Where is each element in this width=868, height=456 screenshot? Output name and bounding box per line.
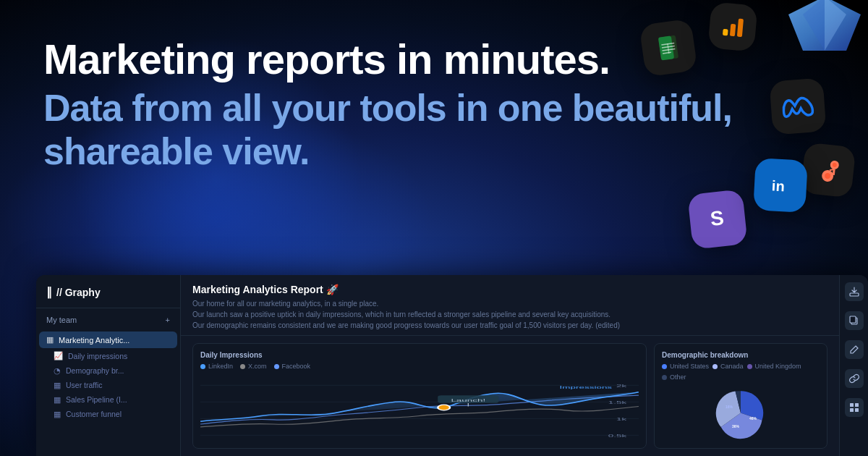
linkedin-legend-label: LinkedIn [208,363,233,370]
svg-line-15 [833,169,834,175]
canada-legend-label: Canada [720,363,744,370]
copy-button[interactable] [845,311,864,330]
us-legend-dot [662,364,667,369]
team-label: My team [46,316,77,324]
google-analytics-icon [707,1,757,51]
svg-rect-41 [855,403,859,407]
logo-symbol: ∥ [46,285,52,299]
svg-rect-40 [850,403,854,407]
svg-text:1.5k: 1.5k [608,400,627,404]
floating-icons: S in [564,0,868,282]
legend-uk: United Kingdom [747,363,801,370]
stripe-icon: S [687,189,748,250]
chart-icon: 📈 [54,351,63,360]
svg-text:36%: 36% [732,425,739,428]
xcom-legend-dot [240,364,245,369]
daily-impressions-chart: Daily Impressions LinkedIn X.com Faceboo… [192,343,647,449]
svg-text:46%: 46% [749,417,757,421]
svg-text:Impressions: Impressions [560,385,613,389]
grid-button[interactable] [845,398,864,417]
svg-rect-42 [850,408,854,412]
sidebar-item-user-traffic[interactable]: ▦ User traffic [36,378,180,392]
report-title-text: Marketing Analytics Report 🚀 [192,284,339,295]
crystal-gem-icon [781,0,868,58]
hubspot-icon [801,143,856,198]
legend-other: Other [662,373,686,381]
linkedin-icon: in [753,158,808,213]
sidebar-item-marketing-analytics[interactable]: ▦ Marketing Analytic... [39,332,177,348]
sidebar-item-daily-impressions[interactable]: 📈 Daily impressions [36,348,180,363]
svg-rect-39 [850,316,856,323]
svg-text:in: in [771,177,785,194]
demographic-chart-title: Demographic breakdown [662,351,820,359]
legend-us: United States [662,363,709,370]
report-desc-line1: Our home for all our marketing analytics… [192,298,827,309]
svg-text:S: S [709,206,725,230]
svg-point-29 [438,405,450,410]
sidebar: ∥ // Graphy My team + ▦ Marketing Analyt… [36,275,181,456]
export-button[interactable] [845,282,864,301]
sidebar-child-label-4: Sales Pipeline (I... [66,395,127,404]
sidebar-child-label-2: Demography br... [66,366,124,375]
sidebar-child-label: Daily impressions [68,352,127,360]
sidebar-item-label: Marketing Analytic... [59,336,129,345]
svg-rect-43 [855,408,859,412]
legend-linkedin: LinkedIn [200,363,233,370]
add-button[interactable]: + [166,316,170,324]
report-description: Our home for all our marketing analytics… [192,298,827,331]
grid-icon: ▦ [46,335,54,345]
logo-text: // Graphy [56,287,101,298]
right-toolbar [839,275,868,456]
sidebar-child-label-3: User traffic [66,381,103,389]
demographic-chart: Demographic breakdown United States Cana… [654,343,827,449]
report-title: Marketing Analytics Report 🚀 [192,284,827,295]
charts-area: Daily Impressions LinkedIn X.com Faceboo… [181,336,839,456]
sidebar-child-label-5: Customer funnel [66,410,122,418]
main-content: Marketing Analytics Report 🚀 Our home fo… [181,275,839,456]
edit-button[interactable] [845,340,864,359]
google-sheets-icon [639,18,697,77]
svg-text:2k: 2k [616,383,627,387]
dashboard-card: ∥ // Graphy My team + ▦ Marketing Analyt… [36,275,868,456]
sidebar-team: My team + [36,308,180,332]
svg-rect-11 [730,24,736,37]
us-legend-label: United States [670,363,709,370]
report-header: Marketing Analytics Report 🚀 Our home fo… [181,275,839,336]
canada-legend-dot [712,364,718,369]
svg-text:0.5k: 0.5k [608,433,627,437]
impressions-svg: 2k 1.5k 1k 0.5k [200,374,639,441]
pipeline-icon: ▦ [54,395,61,404]
svg-rect-37 [850,293,859,296]
facebook-legend-label: Facebook [282,363,311,370]
xcom-legend-label: X.com [248,363,267,370]
demographic-legend: United States Canada United Kingdom Othe… [662,363,820,381]
sidebar-item-demography[interactable]: ◔ Demography br... [36,363,180,378]
funnel-icon: ▦ [54,410,61,418]
link-button[interactable] [845,369,864,388]
linkedin-legend-dot [200,364,205,369]
uk-legend-dot [747,364,752,369]
report-desc-line3: Our demographic remains consistent and w… [192,320,827,331]
svg-rect-12 [737,19,744,38]
users-icon: ▦ [54,381,61,389]
legend-facebook: Facebook [274,363,311,370]
clock-icon: ◔ [54,366,61,375]
svg-text:16%: 16% [726,405,733,409]
impressions-chart-title: Daily Impressions [200,351,639,359]
demographic-svg: 46% 36% 16% [662,385,820,441]
impressions-legend: LinkedIn X.com Facebook [200,363,639,370]
other-legend-label: Other [670,373,686,381]
legend-canada: Canada [712,363,744,370]
uk-legend-label: United Kingdom [755,363,801,370]
facebook-legend-dot [274,364,279,369]
sidebar-logo: ∥ // Graphy [36,285,180,308]
sidebar-item-customer-funnel[interactable]: ▦ Customer funnel [36,407,180,421]
meta-icon [770,78,827,135]
other-legend-dot [662,375,667,380]
sidebar-item-sales-pipeline[interactable]: ▦ Sales Pipeline (I... [36,392,180,407]
svg-text:1k: 1k [616,416,627,421]
svg-rect-10 [723,29,728,36]
report-desc-line2: Our launch saw a positive uptick in dail… [192,309,827,320]
legend-xcom: X.com [240,363,267,370]
svg-text:Launch!: Launch! [451,397,485,402]
